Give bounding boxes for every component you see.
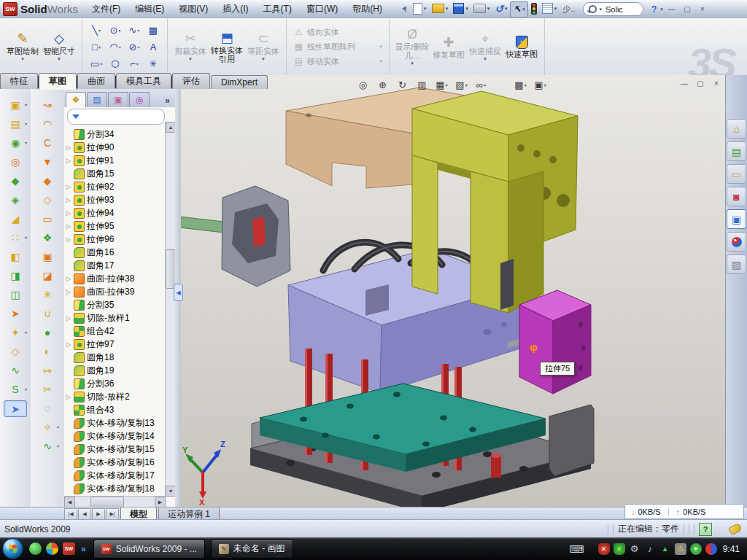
zoom-fit-icon[interactable]: ◎	[354, 77, 372, 93]
spline-tool-icon[interactable]: S	[4, 381, 26, 397]
scene-icon[interactable]: ▩	[511, 77, 530, 93]
tree-item[interactable]: ▷ 实体-移动/复制14	[66, 429, 175, 443]
camera-icon[interactable]: ▣	[531, 77, 549, 93]
status-help-icon[interactable]: ?	[699, 523, 712, 536]
doc-close-button[interactable]: ×	[710, 78, 723, 89]
fillet-icon[interactable]: ◉	[4, 135, 26, 150]
expand-arrow-icon[interactable]: ▷	[66, 315, 71, 322]
expand-arrow-icon[interactable]: ▷	[66, 210, 71, 217]
tab-nav-button[interactable]: ▶	[92, 508, 105, 520]
trim-surface-icon[interactable]: ✂	[36, 381, 58, 397]
rectangle-icon[interactable]: □	[87, 39, 106, 55]
extruded-cut-icon[interactable]: ▤	[4, 116, 26, 131]
tree-item[interactable]: ▷ 拉伸96	[66, 233, 175, 246]
tree-item[interactable]: ▷ 实体-移动/复制18	[66, 482, 175, 495]
instant3d-icon[interactable]: ➤	[4, 400, 27, 417]
display-style-icon[interactable]: ▧	[452, 77, 471, 93]
arc-icon[interactable]: ◠	[106, 39, 125, 55]
ribbon-tab[interactable]: 特征	[0, 73, 38, 89]
tab-nav-button[interactable]: ◀	[78, 508, 91, 520]
curve-icon[interactable]: ∿	[4, 362, 26, 378]
expand-arrow-icon[interactable]: ▷	[66, 223, 71, 230]
tree-item[interactable]: ▷ 实体-移动/复制16	[66, 456, 175, 469]
scroll-thumb-horizontal[interactable]	[90, 497, 124, 508]
tree-item[interactable]: ▷ 拉伸93	[66, 193, 175, 206]
messenger-icon[interactable]	[29, 542, 42, 555]
menu-item[interactable]: 工具(T)	[257, 1, 298, 18]
move-copy-icon[interactable]: ➤	[4, 306, 26, 321]
scroll-right-icon[interactable]: ▶	[155, 497, 166, 508]
tree-item[interactable]: ▷ 分割36	[66, 377, 175, 390]
doc-minimize-button[interactable]: —	[678, 78, 691, 89]
tree-item[interactable]: ▷ 分割35	[66, 298, 175, 311]
tree-item[interactable]: ▷ 实体-移动/复制15	[66, 443, 175, 456]
planar-surface-icon[interactable]: ▭	[36, 211, 58, 226]
model-fitting-post[interactable]	[500, 259, 514, 310]
display-delete-relations-button[interactable]: Ø 显示/删除几... ▾	[394, 20, 430, 73]
draft-icon[interactable]: ◢	[4, 211, 26, 226]
tree-horizontal-scrollbar[interactable]: ◀ ▶	[64, 496, 166, 507]
sync-arrow-icon[interactable]: ▲	[659, 543, 671, 555]
offset-entities-button[interactable]: ⊂ 等距实体 ▾	[245, 20, 282, 73]
insert-part-icon[interactable]: ✦	[4, 324, 26, 340]
dome-icon[interactable]: ◠	[36, 116, 58, 131]
new-document-icon[interactable]	[411, 1, 429, 16]
text-icon[interactable]: A	[144, 39, 163, 55]
options-list-icon[interactable]	[540, 1, 560, 16]
zoom-area-icon[interactable]: ⊕	[374, 77, 392, 93]
taskbar-clock[interactable]: 9:41	[723, 544, 740, 554]
tree-item[interactable]: ▷ 曲面-拉伸38	[66, 272, 175, 285]
undo-icon[interactable]	[492, 1, 509, 16]
pattern-icon[interactable]: ∷	[4, 230, 26, 245]
smart-dimension-dropdown-icon[interactable]: ▾	[58, 56, 61, 62]
model-slide-unit[interactable]	[181, 186, 290, 287]
flex-icon[interactable]: ↝	[36, 97, 58, 112]
tree-item[interactable]: ▷ 切除-放样1	[66, 311, 175, 324]
tab-nav-button[interactable]: |◀	[64, 508, 77, 520]
rotate-view-icon[interactable]: ↻	[393, 77, 411, 93]
search-box[interactable]: ▾	[583, 2, 643, 16]
dimxpertmanager-tab[interactable]: ◎	[129, 92, 150, 107]
tag-icon[interactable]	[728, 523, 742, 535]
untrim-surface-icon[interactable]: ◌	[36, 400, 58, 416]
tree-item[interactable]: ▷ 实体-移动/复制13	[66, 416, 175, 429]
ribbon-tab[interactable]: 草图	[39, 73, 77, 90]
model-canvas[interactable]: φ	[181, 75, 726, 507]
mirror-entities-button[interactable]: ⚠ 镜向实体	[291, 26, 384, 39]
appearances-scenes-icon[interactable]	[727, 232, 746, 252]
tree-item[interactable]: ▷ 实体-移动/复制17	[66, 469, 175, 482]
move-entities-button[interactable]: ▤ 移动实体 ▾	[291, 55, 384, 68]
mirror-icon[interactable]: ◨	[4, 268, 26, 283]
wrap-icon[interactable]: C	[36, 135, 58, 150]
ribbon-tab[interactable]: 曲面	[77, 73, 115, 89]
menu-item[interactable]: 文件(F)	[85, 1, 127, 18]
propertymanager-tab[interactable]: ▤	[87, 92, 107, 107]
taskbar-window-button[interactable]: SW SolidWorks 2009 - ...	[93, 540, 205, 559]
tree-item[interactable]: ▷ 圆角17	[66, 259, 175, 272]
print-icon[interactable]	[471, 1, 492, 16]
trim-entities-button[interactable]: ✂ 剪裁实体 ▾	[172, 20, 209, 73]
tree-item[interactable]: ▷ 圆角19	[66, 364, 175, 377]
tree-item[interactable]: ▷ 曲面-拉伸39	[66, 285, 175, 298]
menu-item[interactable]: 插入(I)	[216, 1, 255, 18]
scroll-up-icon[interactable]: ▲	[166, 122, 176, 133]
linear-sketch-pattern-button[interactable]: ▦ 线性草图阵列 ▾	[291, 41, 384, 53]
tree-item[interactable]: ▷ 圆角16	[66, 246, 175, 259]
menu-item[interactable]: 视图(V)	[172, 1, 214, 18]
restore-button[interactable]: ▢	[681, 4, 694, 15]
tree-item[interactable]: ▷ 拉伸94	[66, 206, 175, 219]
ribbon-tab[interactable]: 评估	[172, 73, 210, 89]
circle-badge-icon[interactable]	[705, 543, 717, 555]
menu-item[interactable]: 窗口(W)	[300, 1, 344, 18]
language-keyboard-icon[interactable]: ⌨	[571, 543, 583, 555]
tree-item[interactable]: ▷ 圆角18	[66, 351, 175, 364]
scroll-left-icon[interactable]: ◀	[64, 497, 75, 508]
deform-icon[interactable]: ▼	[36, 154, 58, 169]
design-library-icon[interactable]: ▤	[727, 141, 746, 161]
expand-arrow-icon[interactable]: ▷	[66, 289, 71, 295]
tab-nav-button[interactable]: ▶|	[106, 508, 119, 520]
convert-entities-button[interactable]: ⬒ 转换实体引用	[209, 20, 245, 73]
shell-icon[interactable]: ◈	[4, 192, 26, 207]
circle-icon[interactable]: ⊙	[106, 22, 125, 39]
freeform-icon[interactable]: ✧	[36, 419, 58, 435]
